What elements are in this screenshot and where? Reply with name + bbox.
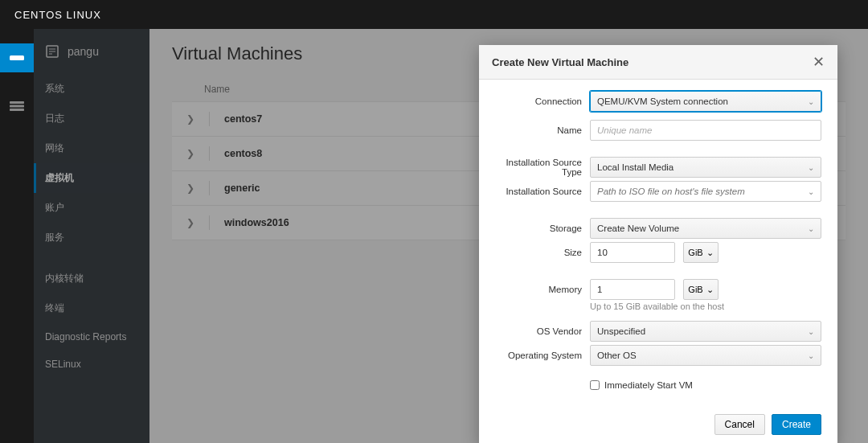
size-input[interactable] — [590, 242, 675, 263]
label-os: Operating System — [495, 351, 582, 360]
host-column — [0, 29, 34, 443]
install-source-select[interactable]: ⌄ — [590, 181, 821, 202]
create-button[interactable]: Create — [772, 414, 821, 435]
chevron-down-icon: ⌄ — [808, 187, 814, 196]
host-item-dashboard[interactable] — [0, 43, 34, 72]
label-storage: Storage — [495, 224, 582, 233]
os-vendor-select[interactable]: Unspecified ⌄ — [590, 321, 821, 342]
chevron-down-icon: ⌄ — [706, 285, 714, 295]
svg-rect-1 — [10, 101, 24, 104]
label-name: Name — [495, 125, 582, 135]
memory-unit-select[interactable]: GiB ⌄ — [683, 279, 719, 300]
label-os-vendor: OS Vendor — [495, 326, 582, 336]
chevron-down-icon: ⌄ — [808, 351, 814, 360]
name-input[interactable] — [590, 120, 821, 141]
label-install-src: Installation Source — [495, 187, 582, 196]
memory-hint: Up to 15 GiB available on the host — [590, 301, 821, 311]
storage-select[interactable]: Create New Volume ⌄ — [590, 218, 821, 239]
connection-select[interactable]: QEMU/KVM System connection ⌄ — [590, 91, 821, 112]
chevron-down-icon: ⌄ — [808, 224, 814, 233]
close-icon[interactable]: ✕ — [813, 55, 825, 69]
topbar: CENTOS LINUX — [0, 0, 868, 29]
label-size: Size — [495, 248, 582, 257]
label-memory: Memory — [495, 285, 582, 294]
host-item-other[interactable] — [0, 92, 34, 121]
os-select[interactable]: Other OS ⌄ — [590, 345, 821, 366]
topbar-title: CENTOS LINUX — [14, 9, 101, 21]
label-connection: Connection — [495, 96, 582, 106]
chevron-down-icon: ⌄ — [706, 248, 714, 258]
svg-rect-0 — [10, 55, 24, 60]
size-unit-select[interactable]: GiB ⌄ — [683, 242, 719, 263]
immediately-start-checkbox[interactable] — [590, 380, 600, 390]
create-vm-modal: Create New Virtual Machine ✕ Connection … — [479, 45, 837, 443]
chevron-down-icon: ⌄ — [808, 327, 814, 336]
chevron-down-icon: ⌄ — [808, 163, 814, 172]
svg-rect-3 — [10, 109, 24, 111]
memory-input[interactable] — [590, 279, 675, 300]
label-install-type: Installation Source Type — [495, 158, 582, 177]
immediately-start-label: Immediately Start VM — [604, 380, 693, 390]
modal-title: Create New Virtual Machine — [492, 56, 628, 68]
install-source-input[interactable] — [597, 187, 808, 196]
install-type-select[interactable]: Local Install Media ⌄ — [590, 157, 821, 178]
cancel-button[interactable]: Cancel — [714, 414, 765, 435]
svg-rect-2 — [10, 105, 24, 108]
chevron-down-icon: ⌄ — [808, 97, 814, 106]
